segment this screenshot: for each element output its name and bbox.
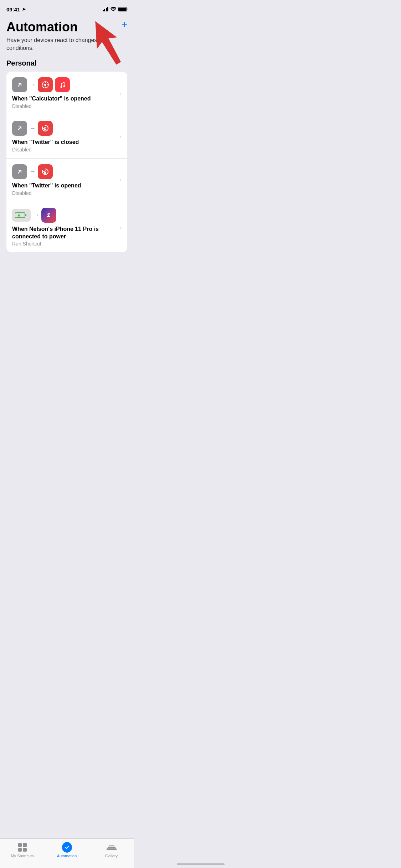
chevron-icon: ›: [120, 134, 122, 140]
table-row[interactable]: → When "Twitter" is opened Di: [6, 159, 127, 202]
music-icon: [55, 77, 70, 92]
svg-rect-12: [25, 214, 26, 216]
chevron-icon: ›: [120, 224, 122, 231]
row-subtitle-2: Disabled: [12, 147, 117, 153]
status-bar: 09:41 ➤: [0, 0, 134, 16]
shortcuts-icon: [41, 208, 56, 223]
svg-point-7: [61, 86, 62, 88]
row-icons-3: →: [12, 164, 117, 179]
svg-point-2: [44, 84, 46, 86]
row-content-2: →: [12, 121, 117, 153]
row-subtitle-3: Disabled: [12, 190, 117, 196]
signal-icon: [103, 7, 109, 11]
row-icons-1: →: [12, 77, 117, 92]
table-row[interactable]: →: [6, 115, 127, 159]
svg-rect-9: [44, 129, 46, 130]
table-row[interactable]: →: [6, 202, 127, 253]
row-content-1: →: [12, 77, 117, 109]
row-title-4: When Nelson's iPhone 11 Pro is connected…: [12, 226, 117, 241]
row-subtitle-4: Run Shortcut: [12, 241, 117, 247]
table-row[interactable]: →: [6, 72, 127, 115]
twitter-lock-icon: [38, 164, 53, 179]
battery-icon: [118, 7, 127, 11]
arrow-icon: →: [33, 211, 39, 219]
chevron-icon: ›: [120, 90, 122, 97]
svg-rect-10: [44, 172, 46, 174]
row-title-2: When "Twitter" is closed: [12, 139, 117, 146]
svg-rect-11: [15, 213, 25, 218]
status-icons: [103, 6, 128, 12]
row-content-4: →: [12, 208, 117, 247]
launch-icon: [12, 77, 27, 92]
svg-point-8: [63, 86, 65, 87]
row-icons-4: →: [12, 208, 117, 223]
row-title-3: When "Twitter" is opened: [12, 182, 117, 190]
battery-charging-icon: [12, 209, 31, 222]
launch-icon: [12, 164, 27, 179]
page-subtitle: Have your devices react to changes in co…: [6, 36, 127, 52]
row-subtitle-1: Disabled: [12, 103, 117, 109]
twitter-lock-icon: [38, 121, 53, 136]
overcast-icon: [38, 77, 53, 92]
add-button[interactable]: +: [122, 19, 127, 30]
status-time: 09:41 ➤: [6, 6, 26, 12]
row-content-3: → When "Twitter" is opened Di: [12, 164, 117, 196]
page-title: Automation: [6, 20, 127, 34]
main-content: + Automation Have your devices react to …: [0, 16, 134, 288]
header: + Automation Have your devices react to …: [0, 16, 134, 52]
arrow-icon: →: [29, 81, 36, 89]
row-icons-2: →: [12, 121, 117, 136]
wifi-icon: [110, 6, 116, 12]
arrow-icon: →: [29, 168, 36, 175]
section-label: Personal: [0, 59, 134, 67]
launch-icon: [12, 121, 27, 136]
automation-card: →: [6, 72, 127, 252]
row-title-1: When "Calculator" is opened: [12, 95, 117, 103]
arrow-icon: →: [29, 125, 36, 132]
chevron-icon: ›: [120, 177, 122, 183]
